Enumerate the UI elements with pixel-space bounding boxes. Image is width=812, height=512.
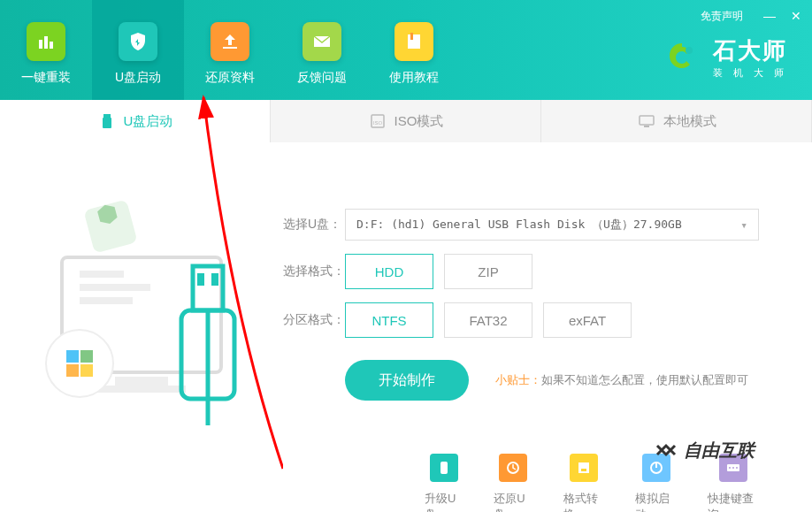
svg-rect-17: [80, 284, 150, 291]
tool-label: 格式转换: [563, 491, 605, 512]
svg-point-21: [46, 330, 113, 397]
svg-rect-29: [440, 462, 448, 474]
svg-rect-18: [80, 297, 133, 304]
nav-tab-reinstall[interactable]: 一键重装: [0, 0, 92, 100]
format-option-zip[interactable]: ZIP: [444, 254, 532, 289]
usb-select-row: 选择U盘： D:F: (hd1) General USB Flash Disk …: [283, 209, 759, 241]
sub-tab-label: U盘启动: [124, 113, 173, 130]
disclaimer-link[interactable]: 免责声明: [701, 9, 743, 24]
usb-upgrade-icon: [430, 454, 458, 482]
chevron-down-icon: ▾: [740, 218, 747, 232]
usb-label: 选择U盘：: [283, 217, 345, 233]
book-icon: [395, 22, 433, 61]
tip-label: 小贴士：: [495, 372, 541, 388]
partition-option-ntfs[interactable]: NTFS: [345, 302, 433, 338]
nav-label: 还原资料: [205, 70, 255, 86]
usb-icon: [97, 111, 117, 131]
convert-icon: [570, 454, 598, 482]
svg-rect-6: [410, 33, 413, 40]
svg-rect-16: [80, 271, 124, 278]
shield-icon: [119, 22, 157, 61]
nav-tab-feedback[interactable]: 反馈问题: [276, 0, 368, 100]
tool-restore-usb[interactable]: 还原U盘: [494, 454, 532, 512]
nav-label: 反馈问题: [297, 70, 347, 86]
svg-rect-20: [97, 386, 186, 393]
format-label: 选择格式：: [283, 264, 345, 279]
svg-rect-26: [193, 266, 223, 310]
nav-label: 使用教程: [389, 70, 439, 86]
tip-text: 如果不知道怎么配置，使用默认配置即可: [541, 372, 748, 388]
svg-rect-5: [408, 34, 420, 49]
sub-tab-local[interactable]: 本地模式: [541, 100, 812, 142]
partition-options: NTFS FAT32 exFAT: [345, 302, 632, 338]
header: 免责声明 — ✕ 一键重装 U盘启动 还原资料 反馈问题: [0, 0, 812, 100]
nav-tab-tutorial[interactable]: 使用教程: [368, 0, 460, 100]
envelope-icon: [303, 22, 341, 61]
sub-tab-label: 本地模式: [663, 113, 716, 130]
nav-tab-usb-boot[interactable]: U盘启动: [92, 0, 184, 100]
tool-upgrade-usb[interactable]: 升级U盘: [425, 454, 463, 512]
svg-rect-24: [66, 364, 79, 377]
illustration: [0, 142, 271, 512]
format-row: 选择格式： HDD ZIP: [283, 254, 759, 289]
svg-rect-2: [50, 42, 53, 49]
watermark: 自由互联: [653, 437, 755, 463]
svg-rect-0: [39, 40, 42, 49]
svg-rect-31: [578, 462, 589, 473]
brand: 石大师 装机大师: [660, 35, 794, 80]
svg-rect-28: [211, 273, 218, 286]
svg-rect-22: [66, 350, 79, 363]
svg-rect-25: [80, 364, 93, 377]
chart-icon: [27, 22, 65, 61]
svg-point-38: [736, 467, 738, 469]
svg-rect-12: [640, 116, 654, 125]
window-controls: 免责声明 — ✕: [701, 7, 805, 25]
brand-name: 石大师: [713, 35, 794, 66]
svg-rect-27: [197, 273, 204, 286]
minimize-button[interactable]: —: [761, 7, 778, 25]
tool-label: 模拟启动: [635, 491, 677, 512]
nav-tab-restore[interactable]: 还原资料: [184, 0, 276, 100]
svg-rect-8: [103, 114, 111, 118]
tool-label: 快捷键查询: [708, 491, 759, 512]
partition-label: 分区格式：: [283, 312, 345, 328]
nav-label: 一键重装: [21, 70, 71, 86]
tool-label: 还原U盘: [494, 491, 532, 512]
nav-tabs: 一键重装 U盘启动 还原资料 反馈问题 使用教程: [0, 0, 460, 100]
svg-rect-1: [44, 36, 48, 49]
action-row: 开始制作 小贴士： 如果不知道怎么配置，使用默认配置即可: [345, 360, 759, 401]
sub-tab-usb[interactable]: U盘启动: [0, 100, 271, 142]
svg-rect-23: [80, 350, 93, 363]
start-button[interactable]: 开始制作: [345, 360, 469, 401]
svg-rect-32: [581, 469, 586, 471]
svg-point-36: [729, 467, 731, 469]
svg-rect-19: [115, 377, 168, 386]
svg-rect-13: [644, 126, 649, 127]
usb-value: D:F: (hd1) General USB Flash Disk （U盘）27…: [356, 217, 682, 233]
iso-icon: ISO: [368, 111, 387, 131]
usb-select[interactable]: D:F: (hd1) General USB Flash Disk （U盘）27…: [345, 209, 759, 241]
partition-row: 分区格式： NTFS FAT32 exFAT: [283, 302, 759, 338]
restore-icon: [499, 454, 527, 482]
svg-rect-3: [223, 47, 237, 49]
format-options: HDD ZIP: [345, 254, 532, 289]
partition-option-exfat[interactable]: exFAT: [543, 302, 632, 338]
sub-tabs: U盘启动 ISO ISO模式 本地模式: [0, 100, 812, 142]
svg-point-7: [686, 47, 693, 54]
close-button[interactable]: ✕: [787, 7, 805, 25]
sub-tab-iso[interactable]: ISO ISO模式: [271, 100, 541, 142]
monitor-icon: [637, 111, 656, 131]
nav-label: U盘启动: [115, 70, 161, 86]
format-option-hdd[interactable]: HDD: [345, 254, 433, 289]
tool-format-convert[interactable]: 格式转换: [563, 454, 605, 512]
tool-label: 升级U盘: [425, 491, 463, 512]
sub-tab-label: ISO模式: [395, 113, 444, 130]
upload-icon: [211, 22, 249, 61]
svg-point-37: [732, 467, 734, 469]
partition-option-fat32[interactable]: FAT32: [444, 302, 532, 338]
svg-rect-9: [103, 118, 111, 128]
brand-icon: [660, 35, 704, 80]
svg-text:ISO: ISO: [372, 120, 382, 126]
brand-text: 石大师 装机大师: [713, 35, 794, 80]
brand-subtitle: 装机大师: [713, 66, 794, 80]
